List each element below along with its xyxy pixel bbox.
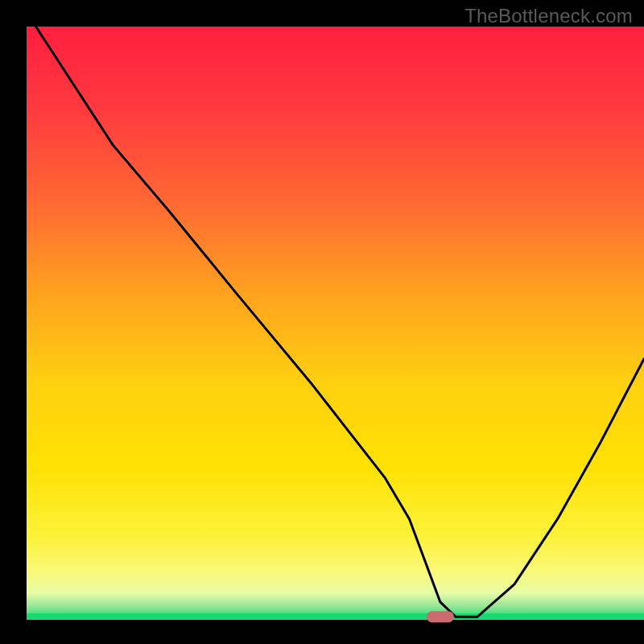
baseline-stripe [27, 613, 644, 620]
chart-stage: TheBottleneck.com [0, 0, 644, 644]
gradient-background [27, 27, 644, 620]
optimal-point-marker [427, 611, 454, 622]
bottleneck-chart [0, 0, 644, 644]
